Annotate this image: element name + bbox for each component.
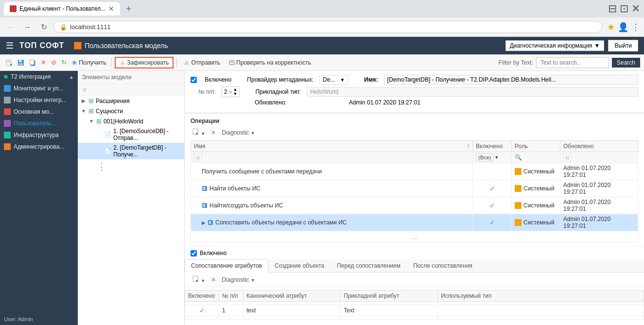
chrome-menu-icon[interactable]: ⋮ <box>631 22 640 33</box>
address-bar[interactable]: 🔒 localhost:1111 <box>53 21 602 33</box>
new-tab-button[interactable]: + <box>124 2 133 16</box>
tab-before-mapping[interactable]: Перед сопоставлением <box>331 259 407 272</box>
tree-item-extensions[interactable]: ▶ ⊞ Расширения <box>78 96 184 106</box>
search-role-icon[interactable]: 🔍 <box>515 154 522 161</box>
app-type-field[interactable]: HelloWorld <box>307 87 638 97</box>
resize-handle[interactable]: ⋮ <box>78 159 184 172</box>
diagnostic-dropdown[interactable]: Диагностическая информация ▼ <box>505 40 605 51</box>
num-field[interactable]: 2 ✕ ▲ ▼ <box>222 86 240 97</box>
tree-panel-header: Элементы модели <box>78 71 184 84</box>
tree-item-target[interactable]: 📄 2. [DemoTargetDB] - Получе... <box>78 143 184 159</box>
included-label: Включено <box>205 76 231 83</box>
get-button[interactable]: Получить <box>70 58 108 67</box>
tab-close-button[interactable]: ✕ <box>108 5 114 13</box>
tree-panel: Элементы модели ⊟ ▶ ⊞ Расширения ▼ ⊞ Сущ… <box>78 71 185 325</box>
send-button[interactable]: Отправить <box>180 58 224 68</box>
expand-icon-entities[interactable]: ▼ <box>81 108 87 114</box>
refresh-button[interactable]: ↻ <box>59 58 69 67</box>
expand-row-3-icon[interactable]: ▶ <box>202 220 206 225</box>
included-checkbox[interactable] <box>191 77 197 83</box>
sidebar-item-infra[interactable]: Инфраструктура <box>0 129 78 141</box>
sidebar-item-main-model[interactable]: Основная мо... <box>0 106 78 118</box>
sidebar-section-t2[interactable]: Т2 Интеграция ▲ <box>0 71 78 83</box>
ops-diag-button[interactable]: Diagnostic ▼ <box>220 128 257 137</box>
ops-row-3[interactable]: ▶ Сопоставить объекты передачи с объекта… <box>191 214 638 231</box>
ops-row-1-role-text: Системный <box>523 185 555 192</box>
ops-new-button[interactable]: ▼ <box>191 127 207 137</box>
ops-row-2[interactable]: Найти/создать объекты ИС ✓ Системны <box>191 197 638 214</box>
num-down-icon[interactable]: ▼ <box>233 92 238 96</box>
attr-diag-button[interactable]: Diagnostic ▼ <box>220 275 257 284</box>
reload-button[interactable]: ↻ <box>37 20 51 34</box>
ops-new-dropdown-icon[interactable]: ▼ <box>201 131 205 136</box>
ops-filter-included-select[interactable]: (Все) <box>476 154 493 161</box>
ops-row-1[interactable]: Найти объекты ИС ✓ Системный <box>191 180 638 197</box>
exit-button[interactable]: Выйти <box>608 40 638 51</box>
expand-icon[interactable]: ▶ <box>81 98 87 104</box>
ops-filter-role[interactable]: 🔍 <box>512 152 560 163</box>
maximize-button[interactable]: ⊡ <box>620 2 628 15</box>
ops-filter-included[interactable]: (Все) ▼ <box>473 152 512 163</box>
tab-attr-mapping[interactable]: Сопоставление атрибутов <box>185 259 268 273</box>
back-button[interactable]: ← <box>4 20 17 34</box>
tree-item-source[interactable]: 📄 1. [DemoSourceDB] - Отправ... <box>78 126 184 143</box>
ops-row-2-name-text: Найти/создать объекты ИС <box>209 202 283 209</box>
tree-filter-icon: ⊟ <box>81 86 88 93</box>
ops-col-updated-label: Обновлено <box>563 143 594 150</box>
check-mark-2: ✓ <box>489 202 495 209</box>
delete-button[interactable]: ✕ <box>39 58 48 67</box>
attr-new-button[interactable]: ▼ <box>191 274 207 285</box>
verify-button[interactable]: Проверить на корректность <box>225 58 315 68</box>
sidebar-item-admin[interactable]: Администрирова... <box>0 141 78 153</box>
attr-row-0-num: 1 <box>219 305 244 316</box>
ops-col-role-label: Роль <box>515 143 528 150</box>
expand-helloworld-icon[interactable]: ▼ <box>88 119 94 124</box>
provider-field[interactable]: De... ▼ <box>319 75 348 85</box>
verify-label: Проверить на корректность <box>236 59 311 66</box>
sub-included-checkbox[interactable] <box>191 250 197 257</box>
ops-col-included-label: Включено <box>476 143 503 150</box>
ops-delete-button[interactable]: ✕ <box>209 128 218 137</box>
new-button[interactable] <box>4 58 15 67</box>
search-button[interactable]: Search <box>612 58 640 68</box>
copy-button[interactable] <box>27 58 38 67</box>
close-window-button[interactable]: ✕ <box>631 2 640 15</box>
ops-row-0-updated: Admin 01.07.2020 19:27:01 <box>560 163 638 180</box>
tab-create-object[interactable]: Создание объекта <box>268 259 331 272</box>
ops-filter-updated-field[interactable]: ⊟ <box>563 154 571 161</box>
provider-dropdown-icon[interactable]: ▼ <box>340 77 345 83</box>
filter-area: Filter by Text: Search <box>499 57 640 68</box>
save-button[interactable] <box>16 58 26 67</box>
tree-item-label-1: Сущности <box>96 108 123 115</box>
browser-tab[interactable]: Единый клиент - Пользовател... ✕ <box>4 2 120 16</box>
attr-delete-button[interactable]: ✕ <box>209 275 218 284</box>
search-input[interactable] <box>536 57 609 68</box>
minimize-button[interactable]: ⊟ <box>608 2 617 15</box>
sidebar-item-monitoring[interactable]: Мониторинг и уп... <box>0 83 78 94</box>
ops-filter-included-arrow[interactable]: ▼ <box>494 155 499 160</box>
ops-filter-name[interactable]: ⊟ <box>191 152 473 163</box>
ops-filter-name-field[interactable]: ⊟ <box>194 154 202 161</box>
sidebar-item-settings[interactable]: Настройки интегр... <box>0 94 78 106</box>
ops-sort-icon[interactable]: ↕ <box>467 143 470 148</box>
profile-icon[interactable]: 👤 <box>618 22 628 33</box>
sidebar-collapse-icon[interactable]: ▲ <box>69 74 74 80</box>
forward-button[interactable]: → <box>20 20 34 34</box>
ops-row-0[interactable]: Получить сообщение с объектами передачи … <box>191 163 638 180</box>
hamburger-menu-icon[interactable]: ☰ <box>6 40 14 51</box>
attr-row-0[interactable]: ✓ 1 text Text <box>185 305 644 316</box>
ops-col-updated: Обновлено <box>560 141 638 152</box>
tree-item-helloworld[interactable]: ▼ ⊞ 001|HelloWorld <box>78 116 184 126</box>
address-text: localhost:1111 <box>70 23 111 31</box>
ops-diag-dropdown-icon[interactable]: ▼ <box>251 131 255 136</box>
tree-item-entities[interactable]: ▼ ⊞ Сущности <box>78 106 184 116</box>
ops-filter-updated[interactable]: ⊟ <box>560 152 638 163</box>
bookmark-star-icon[interactable]: ★ <box>607 22 615 33</box>
num-clear-icon[interactable]: ✕ <box>228 89 232 95</box>
cancel-button[interactable]: ⊘ <box>49 58 58 67</box>
sidebar-item-user-model[interactable]: Пользователь... <box>0 118 78 129</box>
fix-button[interactable]: Зафиксировать <box>115 57 174 68</box>
attr-new-dropdown-icon[interactable]: ▼ <box>201 278 205 283</box>
attr-diag-dropdown-icon[interactable]: ▼ <box>251 278 255 283</box>
tab-after-mapping[interactable]: После сопоставления <box>407 259 479 272</box>
